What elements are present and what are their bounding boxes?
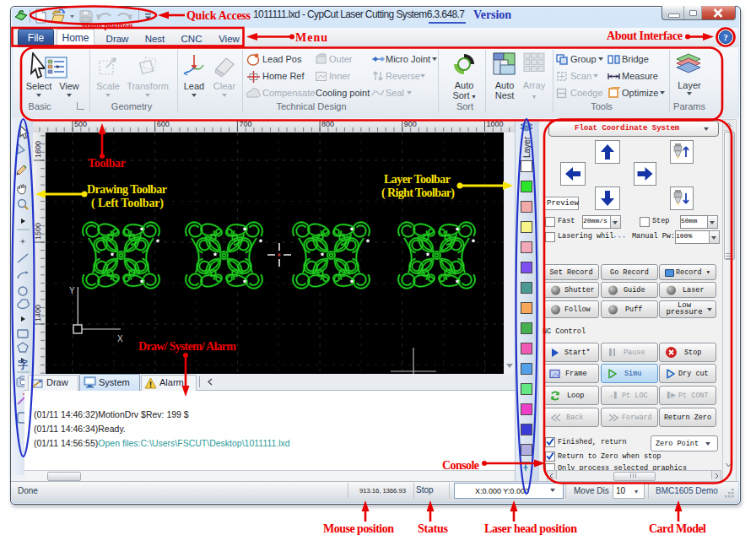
svg-text:Layer: Layer [522,136,532,158]
svg-text:Laser head position: Laser head position [484,522,577,535]
svg-text:1600: 1600 [34,141,42,158]
svg-text:800: 800 [321,120,334,128]
svg-text:Version: Version [473,8,511,21]
svg-text:?: ? [723,32,728,42]
svg-text:Y: Y [69,286,75,295]
svg-text:700: 700 [239,120,251,128]
svg-text:X: X [117,334,123,343]
svg-text:Card Model: Card Model [649,522,706,535]
svg-text:字: 字 [18,359,28,370]
svg-text:Status: Status [418,522,449,535]
svg-text:1400: 1400 [34,305,42,322]
svg-text:600: 600 [157,120,170,128]
svg-text:900: 900 [404,120,417,128]
svg-text:1011111.lxd - CypCut Laser Cut: 1011111.lxd - CypCut Laser Cutting Syste… [253,8,465,20]
svg-text:Mouse position: Mouse position [323,522,394,535]
svg-text:1500: 1500 [34,223,42,240]
svg-text:500: 500 [74,120,87,128]
svg-text:1000: 1000 [487,120,504,128]
